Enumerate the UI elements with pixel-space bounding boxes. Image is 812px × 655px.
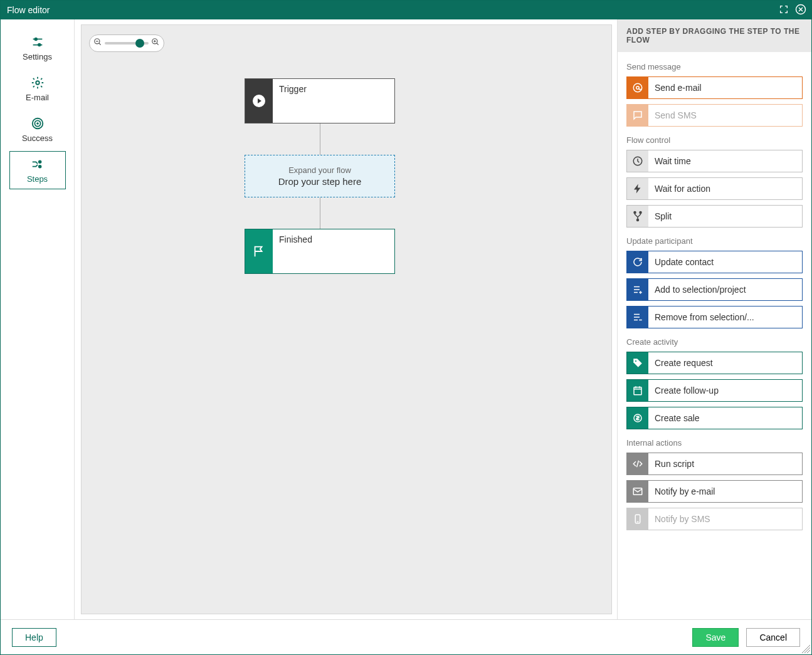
dropzone[interactable]: Expand your flow Drop your step here bbox=[245, 155, 395, 197]
resize-grip[interactable] bbox=[801, 644, 810, 653]
sliders-icon bbox=[31, 34, 45, 50]
clock-icon bbox=[627, 150, 648, 172]
step-wait-time[interactable]: Wait time bbox=[626, 150, 803, 172]
step-add-selection[interactable]: Add to selection/project bbox=[626, 278, 803, 301]
step-label: Wait time bbox=[648, 156, 691, 166]
target-icon bbox=[31, 116, 45, 131]
chat-icon bbox=[627, 105, 648, 126]
zoom-thumb[interactable] bbox=[135, 39, 144, 48]
bolt-icon bbox=[627, 178, 648, 199]
step-send-email[interactable]: Send e-mail bbox=[626, 76, 803, 99]
step-label: Update contact bbox=[648, 257, 714, 267]
step-create-sale[interactable]: Create sale bbox=[626, 407, 803, 429]
svg-point-1 bbox=[34, 38, 37, 41]
dropzone-title: Expand your flow bbox=[288, 165, 351, 175]
step-run-script[interactable]: Run script bbox=[626, 453, 803, 475]
close-icon[interactable] bbox=[795, 4, 806, 17]
fullscreen-icon[interactable] bbox=[779, 4, 789, 16]
titlebar: Flow editor bbox=[1, 1, 811, 19]
sidebar: Settings E-mail Success Steps bbox=[1, 19, 75, 619]
group-label-send-message: Send message bbox=[626, 62, 803, 71]
group-label-flow-control: Flow control bbox=[626, 135, 803, 145]
help-button[interactable]: Help bbox=[12, 628, 56, 647]
zoom-control[interactable] bbox=[89, 34, 164, 52]
node-label: Trigger bbox=[273, 79, 394, 123]
step-label: Add to selection/project bbox=[648, 285, 746, 295]
steps-icon bbox=[30, 157, 45, 172]
steps-panel: ADD STEP BY DRAGGING THE STEP TO THE FLO… bbox=[617, 19, 811, 619]
connector bbox=[320, 197, 320, 229]
step-notify-sms: Notify by SMS bbox=[626, 508, 803, 530]
svg-point-7 bbox=[38, 161, 41, 164]
zoom-slider[interactable] bbox=[105, 42, 149, 45]
nav-label: Steps bbox=[27, 174, 48, 184]
step-label: Send SMS bbox=[648, 110, 697, 120]
step-label: Wait for action bbox=[648, 184, 710, 194]
flow-canvas[interactable]: Trigger Expand your flow Drop your step … bbox=[81, 24, 612, 614]
step-label: Create request bbox=[648, 358, 713, 368]
node-label: Finished bbox=[273, 229, 394, 273]
step-label: Split bbox=[648, 211, 672, 221]
nav-label: Success bbox=[22, 134, 53, 143]
step-wait-action[interactable]: Wait for action bbox=[626, 177, 803, 200]
step-label: Create follow-up bbox=[648, 385, 719, 396]
sms-icon bbox=[627, 508, 648, 530]
flag-icon bbox=[245, 229, 273, 273]
nav-steps[interactable]: Steps bbox=[9, 151, 66, 189]
svg-point-12 bbox=[633, 83, 642, 92]
save-button[interactable]: Save bbox=[692, 628, 739, 647]
step-send-sms: Send SMS bbox=[626, 104, 803, 127]
code-icon bbox=[627, 453, 648, 474]
svg-point-15 bbox=[634, 212, 636, 214]
svg-rect-19 bbox=[634, 387, 641, 395]
tag-icon bbox=[627, 352, 648, 374]
step-label: Run script bbox=[648, 459, 694, 469]
nav-label: Settings bbox=[23, 52, 52, 61]
nav-email[interactable]: E-mail bbox=[9, 70, 66, 108]
step-label: Notify by SMS bbox=[648, 514, 710, 524]
step-label: Create sale bbox=[648, 413, 700, 423]
nav-success[interactable]: Success bbox=[9, 110, 66, 149]
node-trigger[interactable]: Trigger bbox=[245, 78, 395, 123]
step-label: Notify by e-mail bbox=[648, 486, 715, 496]
split-icon bbox=[627, 206, 648, 227]
svg-point-6 bbox=[37, 123, 38, 124]
calendar-icon bbox=[627, 380, 648, 401]
nav-settings[interactable]: Settings bbox=[9, 29, 66, 67]
flow-layout: Trigger Expand your flow Drop your step … bbox=[245, 78, 395, 274]
connector bbox=[320, 123, 320, 155]
step-create-followup[interactable]: Create follow-up bbox=[626, 379, 803, 402]
step-remove-selection[interactable]: Remove from selection/... bbox=[626, 306, 803, 328]
refresh-icon bbox=[627, 251, 648, 273]
node-finished[interactable]: Finished bbox=[245, 229, 395, 274]
play-icon bbox=[245, 79, 273, 123]
step-label: Send e-mail bbox=[648, 83, 702, 93]
panel-header: ADD STEP BY DRAGGING THE STEP TO THE FLO… bbox=[618, 19, 811, 52]
step-create-request[interactable]: Create request bbox=[626, 352, 803, 374]
step-notify-email[interactable]: Notify by e-mail bbox=[626, 480, 803, 503]
group-label-internal-actions: Internal actions bbox=[626, 438, 803, 448]
group-label-create-activity: Create activity bbox=[626, 337, 803, 347]
svg-point-18 bbox=[635, 360, 636, 362]
list-add-icon bbox=[627, 279, 648, 300]
dropzone-main: Drop your step here bbox=[278, 176, 362, 187]
zoom-in-icon[interactable] bbox=[151, 38, 160, 49]
step-label: Remove from selection/... bbox=[648, 312, 754, 322]
step-split[interactable]: Split bbox=[626, 205, 803, 228]
body: Settings E-mail Success Steps bbox=[1, 19, 811, 619]
list-remove-icon bbox=[627, 307, 648, 328]
at-icon bbox=[627, 77, 648, 98]
svg-point-3 bbox=[36, 81, 40, 85]
zoom-out-icon[interactable] bbox=[93, 38, 102, 49]
svg-point-16 bbox=[640, 212, 641, 214]
svg-point-2 bbox=[38, 44, 40, 46]
svg-point-8 bbox=[38, 165, 41, 168]
footer: Help Save Cancel bbox=[1, 619, 811, 654]
step-update-contact[interactable]: Update contact bbox=[626, 251, 803, 273]
flow-editor-window: Flow editor Settings E-mail bbox=[0, 0, 812, 655]
group-label-update-participant: Update participant bbox=[626, 236, 803, 246]
svg-point-17 bbox=[637, 219, 639, 221]
mail-icon bbox=[627, 481, 648, 502]
nav-label: E-mail bbox=[26, 93, 49, 102]
cancel-button[interactable]: Cancel bbox=[746, 628, 800, 647]
